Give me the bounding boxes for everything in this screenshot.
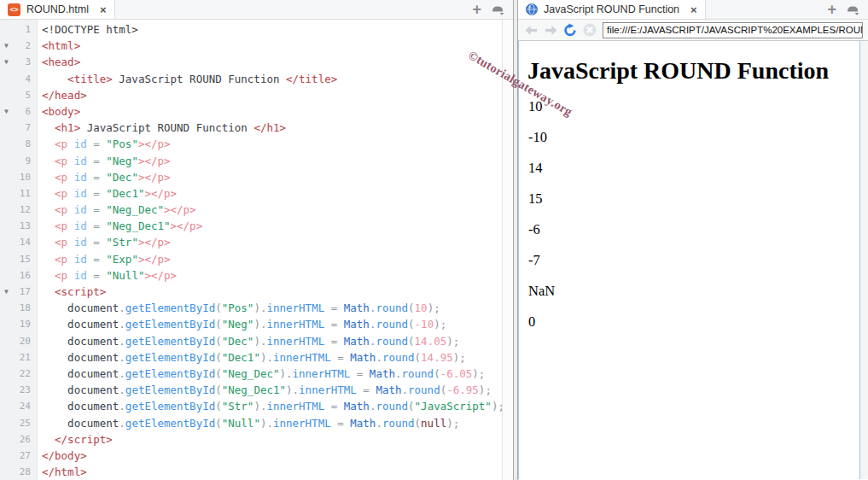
line-number: 7: [13, 120, 37, 136]
code-line[interactable]: <body>: [42, 103, 502, 120]
fold-icon[interactable]: ▼: [0, 103, 13, 120]
fold-spacer: [0, 185, 13, 202]
code-line[interactable]: </script>: [42, 431, 502, 448]
gutter-line: 21: [0, 349, 37, 366]
fold-spacer: [0, 316, 13, 332]
code-line[interactable]: <h1> JavaScript ROUND Function </h1>: [42, 120, 502, 136]
code-line[interactable]: <p id = "Dec"></p>: [42, 169, 502, 185]
output-value: -6: [528, 221, 859, 238]
refresh-icon[interactable]: [563, 23, 577, 37]
gutter-line: 10: [0, 169, 37, 185]
line-number: 25: [13, 415, 37, 431]
code-area[interactable]: <!DOCTYPE html><html><head> <title> Java…: [38, 20, 502, 480]
editor-tab-round-html[interactable]: <> ROUND.html ×: [0, 0, 115, 19]
fold-spacer: [0, 136, 13, 152]
fold-icon[interactable]: ▼: [0, 54, 13, 70]
editor-pane: <> ROUND.html × + 1▼2▼345▼67891011121314…: [0, 0, 513, 480]
preview-tab-title: JavaScript ROUND Function: [544, 3, 679, 15]
preview-tabbar: JavaScript ROUND Function × +: [518, 0, 868, 20]
code-line[interactable]: document.getElementById("Dec").innerHTML…: [42, 333, 502, 349]
code-line[interactable]: <p id = "Neg"></p>: [42, 153, 502, 169]
fold-spacer: [0, 202, 13, 218]
editor-tab-list-icon[interactable]: [492, 4, 504, 15]
output-value: 15: [528, 190, 859, 208]
line-number: 2: [13, 38, 37, 54]
stop-icon[interactable]: [583, 23, 597, 37]
code-line[interactable]: <p id = "Exp"></p>: [42, 251, 502, 267]
code-line[interactable]: <html>: [42, 38, 502, 54]
code-line[interactable]: <p id = "Null"></p>: [42, 267, 502, 284]
line-number: 1: [13, 21, 37, 38]
gutter-line: 8: [0, 136, 37, 152]
code-line[interactable]: document.getElementById("Neg_Dec1").inne…: [42, 382, 502, 398]
fold-spacer: [0, 366, 13, 382]
line-number: 19: [13, 316, 37, 332]
code-line[interactable]: <p id = "Pos"></p>: [42, 136, 502, 152]
fold-spacer: [0, 300, 13, 316]
output-value: 10: [528, 98, 859, 115]
line-number: 13: [13, 218, 37, 234]
code-line[interactable]: <p id = "Neg_Dec1"></p>: [42, 218, 502, 234]
preview-tab-close-icon[interactable]: ×: [690, 3, 697, 16]
editor-scrollbar[interactable]: [502, 20, 513, 480]
gutter-line: 28: [0, 464, 37, 480]
code-line[interactable]: <script>: [42, 284, 502, 300]
gutter-line: 7: [0, 120, 37, 136]
fold-spacer: [0, 349, 13, 366]
fold-spacer: [0, 464, 13, 480]
line-number: 22: [13, 366, 37, 382]
code-line[interactable]: <title> JavaScript ROUND Function </titl…: [42, 71, 502, 87]
fold-spacer: [0, 415, 13, 431]
fold-spacer: [0, 87, 13, 103]
fold-spacer: [0, 169, 13, 185]
fold-spacer: [0, 431, 13, 448]
output-values: 10-101415-6-7NaN0: [519, 98, 859, 331]
code-line[interactable]: <p id = "Neg_Dec"></p>: [42, 202, 502, 218]
gutter-line: ▼2: [0, 38, 37, 54]
code-line[interactable]: <!DOCTYPE html>: [42, 21, 502, 38]
code-line[interactable]: document.getElementById("Neg_Dec").inner…: [42, 366, 502, 382]
code-line[interactable]: <p id = "Str"></p>: [42, 234, 502, 250]
fold-spacer: [0, 267, 13, 284]
preview-scrollbar[interactable]: [860, 41, 868, 479]
code-line[interactable]: </html>: [42, 464, 502, 480]
code-line[interactable]: </head>: [42, 87, 502, 103]
preview-tab[interactable]: JavaScript ROUND Function ×: [518, 0, 706, 19]
line-number: 11: [13, 185, 37, 202]
gutter-line: 16: [0, 267, 37, 284]
code-line[interactable]: </body>: [42, 448, 502, 464]
code-line[interactable]: document.getElementById("Null").innerHTM…: [42, 415, 502, 431]
editor-tab-actions: +: [472, 0, 513, 19]
line-number: 26: [13, 431, 37, 448]
code-line[interactable]: document.getElementById("Neg").innerHTML…: [42, 316, 502, 332]
forward-icon[interactable]: [544, 23, 557, 37]
code-line[interactable]: document.getElementById("Dec1").innerHTM…: [42, 349, 502, 366]
code-line[interactable]: document.getElementById("Pos").innerHTML…: [42, 300, 502, 316]
editor-tab-close-icon[interactable]: ×: [100, 3, 107, 16]
back-icon[interactable]: [524, 23, 538, 37]
fold-icon[interactable]: ▼: [0, 38, 13, 54]
gutter-line: 5: [0, 87, 37, 103]
code-line[interactable]: <head>: [42, 54, 502, 70]
line-number: 12: [13, 202, 37, 218]
line-number: 16: [13, 267, 37, 284]
line-number: 24: [13, 398, 37, 414]
gutter-line: 27: [0, 448, 37, 464]
line-number: 20: [13, 333, 37, 349]
line-number: 8: [13, 136, 37, 152]
line-number: 10: [13, 169, 37, 185]
editor-new-tab-button[interactable]: +: [472, 2, 481, 17]
code-line[interactable]: document.getElementById("Str").innerHTML…: [42, 398, 502, 414]
preview-tab-list-icon[interactable]: [847, 4, 859, 15]
gutter-line: 20: [0, 333, 37, 349]
preview-new-tab-button[interactable]: +: [827, 2, 836, 17]
fold-spacer: [0, 120, 13, 136]
code-line[interactable]: <p id = "Dec1"></p>: [42, 185, 502, 202]
address-bar[interactable]: file:///E:/JAVASCRIPT/JAVASCRIPT%20EXAMP…: [603, 22, 863, 38]
fold-spacer: [0, 382, 13, 398]
fold-icon[interactable]: ▼: [0, 284, 13, 300]
gutter-line: 14: [0, 234, 37, 250]
line-number: 23: [13, 382, 37, 398]
gutter: 1▼2▼345▼678910111213141516▼1718192021222…: [0, 20, 38, 480]
output-value: -10: [528, 129, 859, 146]
